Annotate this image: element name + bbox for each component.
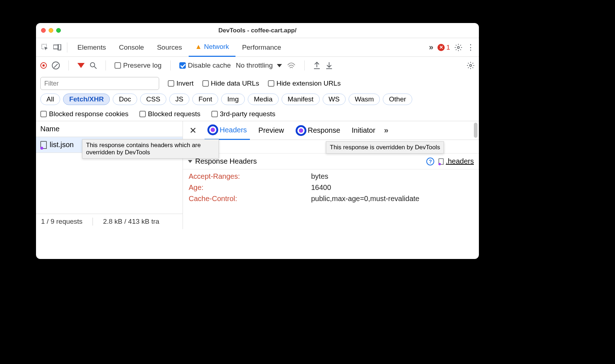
file-icon [40,141,47,149]
detail-tab-headers-label: Headers [220,126,247,134]
more-tabs-icon[interactable]: » [429,43,433,52]
throttling-value: No throttling [236,62,273,69]
settings-icon[interactable] [454,44,462,51]
extra-filters-row: Blocked response cookies Blocked request… [36,107,479,121]
detail-tab-initiator[interactable]: Initiator [349,121,378,140]
tab-performance[interactable]: Performance [235,38,288,57]
tab-sources[interactable]: Sources [151,38,189,57]
tab-console[interactable]: Console [112,38,151,57]
clear-button[interactable] [52,62,60,69]
window-title: DevTools - coffee-cart.app/ [36,27,479,34]
close-detail-button[interactable]: ✕ [187,126,199,136]
tab-network[interactable]: ▲ Network [189,38,236,57]
devtools-window: DevTools - coffee-cart.app/ Elements Con… [36,23,479,259]
preserve-log-checkbox[interactable]: Preserve log [115,62,162,69]
header-row: Accept-Ranges: bytes [189,172,473,181]
invert-checkbox[interactable]: Invert [168,79,194,87]
blocked-requests-checkbox[interactable]: Blocked requests [139,110,201,118]
network-conditions-icon[interactable] [287,62,296,69]
header-value: 16400 [311,183,331,192]
chip-img[interactable]: Img [221,94,245,105]
error-count-badge[interactable]: ✕ 1 [437,44,450,51]
chip-js[interactable]: JS [169,94,189,105]
network-main-area: Name list.json 1 / 9 requests 2.8 kB / 4… [36,121,479,229]
detail-tab-response-label: Response [308,126,340,135]
search-icon[interactable] [90,62,97,69]
settings-icon[interactable] [467,62,475,69]
blocked-response-cookies-label: Blocked response cookies [49,110,129,118]
svg-rect-1 [53,45,58,49]
header-row: Cache-Control: public,max-age=0,must-rev… [189,195,473,203]
header-key: Accept-Ranges: [189,172,311,181]
header-row: Age: 16400 [189,183,473,192]
minimize-window-button[interactable] [49,28,53,33]
headers-file-link[interactable]: .headers [438,157,474,165]
window-controls [41,28,61,33]
request-filename: list.json [50,141,74,149]
hide-extension-urls-label: Hide extension URLs [277,79,341,87]
error-icon: ✕ [437,44,445,51]
status-footer: 1 / 9 requests 2.8 kB / 413 kB tra [36,214,183,229]
hide-extension-urls-checkbox[interactable]: Hide extension URLs [268,79,341,87]
error-count-value: 1 [446,44,450,51]
separator [304,60,305,70]
separator [68,60,69,70]
device-toolbar-icon[interactable] [51,41,63,54]
scrollbar-thumb[interactable] [474,123,477,138]
upload-har-icon[interactable] [313,62,320,69]
inspect-element-icon[interactable] [39,41,51,54]
requests-count: 1 / 9 requests [41,218,82,226]
kebab-menu-icon[interactable]: ⋮ [467,43,475,52]
filter-input[interactable] [40,77,159,90]
preserve-log-label: Preserve log [123,62,162,69]
separator [170,60,171,70]
hide-data-urls-label: Hide data URLs [211,79,259,87]
zoom-window-button[interactable] [56,28,61,33]
third-party-checkbox[interactable]: 3rd-party requests [211,110,275,118]
name-column-header[interactable]: Name [36,121,183,137]
detail-tab-headers[interactable]: Headers [205,121,250,140]
invert-label: Invert [176,79,194,87]
separator [106,60,106,70]
close-window-button[interactable] [41,28,46,33]
header-value: bytes [311,172,328,181]
blocked-response-cookies-checkbox[interactable]: Blocked response cookies [40,110,129,118]
tab-elements[interactable]: Elements [71,38,112,57]
response-headers-section[interactable]: Response Headers ? .headers [183,154,479,169]
override-indicator-icon [207,124,218,135]
disable-cache-checkbox[interactable]: Disable cache [179,62,231,69]
headers-override-tooltip: This response contains headers which are… [82,139,219,159]
filter-row: Invert Hide data URLs Hide extension URL… [36,74,479,91]
response-headers-list: Accept-Ranges: bytes Age: 16400 Cache-Co… [183,169,479,209]
chip-wasm[interactable]: Wasm [349,94,380,105]
download-har-icon[interactable] [326,62,333,69]
request-detail-pane: ✕ Headers Preview Response Initiator » R… [183,121,479,229]
svg-point-6 [470,64,472,67]
chip-manifest[interactable]: Manifest [282,94,320,105]
record-button[interactable] [40,62,47,69]
chip-media[interactable]: Media [248,94,279,105]
titlebar: DevTools - coffee-cart.app/ [36,23,479,38]
detail-tab-preview[interactable]: Preview [256,121,287,140]
third-party-label: 3rd-party requests [220,110,275,118]
chip-fetch-xhr[interactable]: Fetch/XHR [63,94,110,105]
help-icon[interactable]: ? [426,158,434,165]
chip-ws[interactable]: WS [323,94,346,105]
chip-other[interactable]: Other [383,94,412,105]
chip-all[interactable]: All [40,94,60,105]
headers-file-link-label: .headers [446,157,474,165]
throttling-select[interactable]: No throttling [236,62,282,69]
resource-type-chips: All Fetch/XHR Doc CSS JS Font Img Media … [36,91,479,107]
more-detail-tabs-icon[interactable]: » [384,126,388,135]
chip-font[interactable]: Font [192,94,218,105]
filter-icon[interactable] [77,63,85,68]
chip-css[interactable]: CSS [140,94,166,105]
chevron-down-icon [277,64,282,67]
chip-doc[interactable]: Doc [113,94,137,105]
header-key: Age: [189,183,311,192]
detail-tab-response[interactable]: Response [293,121,343,140]
hide-data-urls-checkbox[interactable]: Hide data URLs [202,79,259,87]
header-key: Cache-Control: [189,195,311,203]
svg-point-3 [457,46,459,49]
tab-network-label: Network [204,43,229,51]
